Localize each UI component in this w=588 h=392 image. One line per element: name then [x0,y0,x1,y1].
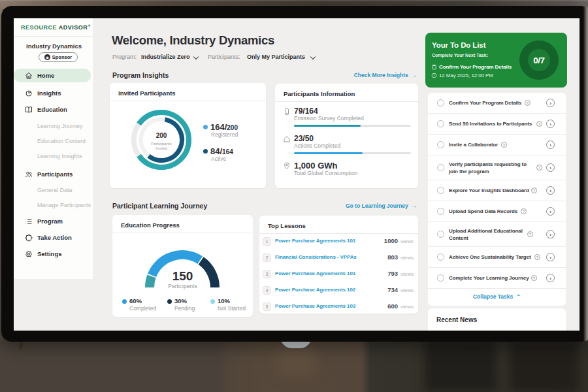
svg-text:Invited: Invited [155,146,167,150]
svg-text:Participants: Participants [151,142,171,146]
svg-text:200: 200 [156,132,167,139]
